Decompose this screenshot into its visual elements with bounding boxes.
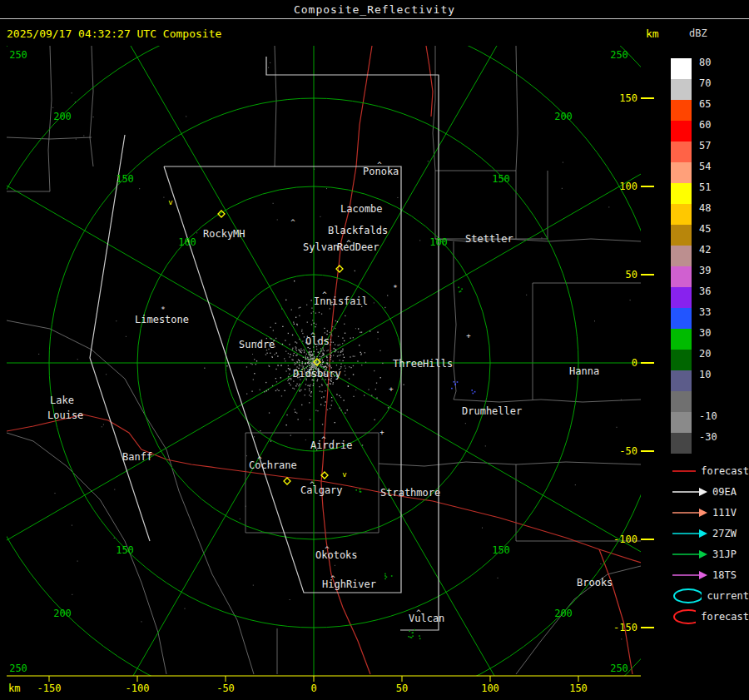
boundary-line <box>7 320 254 674</box>
echo-pixel <box>290 378 291 379</box>
echo-pixel <box>277 355 278 356</box>
colorscale-row: 80 <box>671 58 749 79</box>
echo-pixel <box>330 408 330 409</box>
track-legend-row: current <box>671 585 749 606</box>
echo-pixel <box>404 385 404 385</box>
echo-pixel <box>358 328 359 329</box>
echo-pixel <box>465 423 466 424</box>
echo-pixel <box>323 355 324 355</box>
echo-pixel <box>340 345 340 345</box>
colorscale-value: 33 <box>699 307 711 317</box>
colorscale-swatch <box>671 204 692 225</box>
echo-pixel <box>296 355 297 355</box>
echo-pixel <box>309 360 310 361</box>
colorscale-swatch <box>671 391 692 412</box>
echo-pixel <box>324 405 325 406</box>
echo-pixel <box>338 351 339 352</box>
echo-pixel <box>290 354 290 355</box>
echo-pixel <box>289 370 290 370</box>
echo-pixel <box>186 116 186 117</box>
colorscale-value: 54 <box>699 161 711 171</box>
point-marker: ^ <box>322 290 327 299</box>
azimuth-spoke <box>93 363 314 700</box>
colorscale-row: 30 <box>671 329 749 350</box>
echo-pixel <box>296 350 297 351</box>
echo-pixel <box>275 378 276 379</box>
echo-pixel <box>409 631 410 633</box>
echo-pixel <box>282 326 283 327</box>
echo-pixel <box>72 525 72 526</box>
echo-pixel <box>303 357 304 358</box>
echo-pixel <box>292 348 293 349</box>
echo-pixel <box>335 351 335 352</box>
dbz-colorscale: 80706560575451484542393633302010-10-30 <box>671 58 749 454</box>
right-axis-label: 50 <box>626 269 637 280</box>
track-legend: forecast09EA111V27ZW31JP18TScurrentforec… <box>671 460 749 627</box>
echo-pixel <box>337 355 338 356</box>
colorscale-value: 45 <box>699 224 711 234</box>
echo-pixel <box>265 382 266 383</box>
echo-pixel <box>304 352 305 353</box>
echo-pixel <box>270 440 271 441</box>
echo-pixel <box>471 390 473 391</box>
echo-pixel <box>114 538 115 539</box>
point-marker: ^ <box>257 455 262 464</box>
echo-pixel <box>269 412 270 413</box>
echo-pixel <box>360 352 361 353</box>
town-label: Sundre <box>239 339 275 350</box>
echo-pixel <box>350 367 351 368</box>
range-label: 200 <box>53 111 72 122</box>
bottom-axis-label: 100 <box>481 683 499 694</box>
echo-pixel <box>323 347 324 348</box>
echo-pixel <box>376 398 377 399</box>
colorscale-swatch <box>671 412 692 433</box>
legend-panel: 80706560575451484542393633302010-10-30 f… <box>671 58 749 627</box>
colorscale-swatch <box>671 162 692 183</box>
timestamp-label: 2025/09/17 04:32:27 UTC Composite <box>7 27 221 40</box>
echo-pixel <box>301 331 302 332</box>
echo-pixel <box>313 380 314 380</box>
echo-pixel <box>290 385 290 385</box>
echo-pixel <box>331 335 332 336</box>
echo-pixel <box>295 364 295 365</box>
echo-pixel <box>306 354 307 355</box>
echo-pixel <box>253 379 254 380</box>
echo-pixel <box>498 578 499 578</box>
echo-pixel <box>301 350 302 351</box>
echo-pixel <box>294 362 295 363</box>
echo-pixel <box>305 384 306 385</box>
echo-pixel <box>93 117 94 117</box>
echo-pixel <box>374 370 374 371</box>
echo-pixel <box>313 383 314 384</box>
echo-pixel <box>327 330 328 331</box>
echo-pixel <box>320 365 321 366</box>
echo-pixel <box>342 343 343 344</box>
echo-pixel <box>388 407 389 408</box>
echo-pixel <box>361 365 362 365</box>
point-marker: * <box>393 284 397 292</box>
echo-pixel <box>327 360 328 360</box>
boundary-line <box>454 400 641 402</box>
echo-pixel <box>360 332 360 333</box>
echo-pixel <box>298 307 299 308</box>
echo-pixel <box>255 364 256 365</box>
echo-pixel <box>345 413 345 414</box>
echo-pixel <box>302 361 303 362</box>
echo-pixel <box>312 320 313 320</box>
echo-pixel <box>310 354 310 355</box>
echo-pixel <box>290 356 290 357</box>
bottom-axis-label: 150 <box>569 683 588 694</box>
echo-pixel <box>320 348 321 349</box>
echo-pixel <box>321 391 322 392</box>
colorscale-value: 36 <box>699 286 711 296</box>
echo-pixel <box>361 353 362 354</box>
track-arrow-icon <box>671 463 696 479</box>
echo-pixel <box>275 390 276 391</box>
echo-pixel <box>473 393 474 395</box>
echo-pixel <box>309 390 310 391</box>
echo-pixel <box>329 364 330 365</box>
colorscale-value: 39 <box>699 266 711 276</box>
echo-pixel <box>342 338 343 339</box>
echo-pixel <box>305 395 305 395</box>
echo-pixel <box>323 361 324 362</box>
